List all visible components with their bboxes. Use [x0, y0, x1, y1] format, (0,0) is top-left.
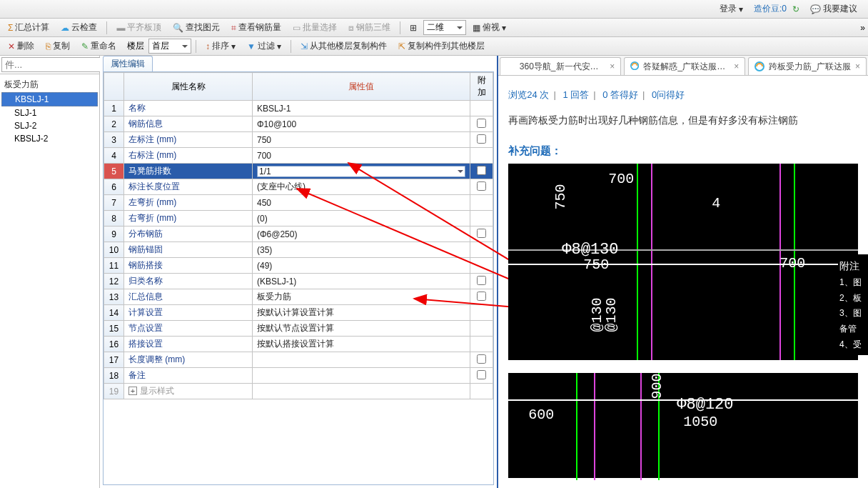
close-icon[interactable]: ×: [734, 61, 739, 71]
extra-checkbox[interactable]: [477, 134, 486, 144]
tab-property-edit[interactable]: 属性编辑: [103, 56, 153, 71]
property-row[interactable]: 10钢筋锚固(35): [104, 242, 493, 258]
login-link[interactable]: 登录 ▾: [715, 1, 748, 17]
expand-icon[interactable]: +: [128, 387, 137, 395]
extra-checkbox[interactable]: [477, 354, 486, 364]
cloud-check-button[interactable]: ☁云检查: [56, 19, 102, 36]
toolbar-row-2: Σ汇总计算 ☁云检查 ▬平齐板顶 🔍查找图元 ⌗查看钢筋量 ▭批量选择 ⧈钢筋三…: [0, 19, 868, 37]
copy-to-floor-button[interactable]: ⇱复制构件到其他楼层: [393, 38, 490, 54]
close-icon[interactable]: ×: [855, 61, 860, 71]
view-2d-select[interactable]: 二维: [423, 20, 466, 35]
suggest-link[interactable]: 💬 我要建议: [805, 1, 862, 17]
property-value-cell[interactable]: 750: [253, 132, 470, 148]
property-row[interactable]: 8右弯折 (mm)(0): [104, 211, 493, 226]
funnel-icon: ▼: [247, 41, 256, 51]
import-icon: ⇲: [301, 41, 308, 51]
property-row[interactable]: 1名称KBSLJ-1: [104, 101, 493, 116]
property-row[interactable]: 7左弯折 (mm)450: [104, 195, 493, 211]
property-value-cell[interactable]: [253, 368, 470, 384]
property-value-cell[interactable]: KBSLJ-1: [253, 101, 470, 116]
view-rebar-button[interactable]: ⌗查看钢筋量: [226, 19, 286, 36]
property-row[interactable]: 16搭接设置按默认搭接设置计算: [104, 337, 493, 352]
extra-checkbox[interactable]: [477, 276, 486, 285]
refresh-icon[interactable]: ↻: [792, 4, 799, 14]
property-value-cell[interactable]: Φ10@100: [253, 116, 470, 132]
tree-item[interactable]: SLJ-1: [1, 106, 98, 119]
tree-item[interactable]: SLJ-2: [1, 119, 98, 132]
property-row[interactable]: 3左标注 (mm)750: [104, 132, 493, 148]
property-row[interactable]: 19+显示样式: [104, 384, 493, 399]
property-value-cell[interactable]: 按默认搭接设置计算: [253, 337, 470, 352]
property-row[interactable]: 5马凳筋排数1/1: [104, 164, 493, 179]
copy-button[interactable]: ⎘复制: [41, 38, 75, 54]
property-row[interactable]: 15节点设置按默认节点设置计算: [104, 321, 493, 337]
extra-checkbox[interactable]: [477, 166, 486, 175]
copy-from-floor-button[interactable]: ⇲从其他楼层复制构件: [296, 38, 392, 54]
delete-button[interactable]: ✕删除: [3, 38, 39, 54]
property-value-cell[interactable]: (49): [253, 258, 470, 274]
property-row[interactable]: 12归类名称(KBSLJ-1): [104, 274, 493, 289]
value-combo[interactable]: 1/1: [257, 166, 465, 177]
property-name-cell: 左弯折 (mm): [124, 195, 253, 211]
filter-button[interactable]: ▼过滤 ▾: [242, 38, 286, 54]
topview-button[interactable]: ▦俯视 ▾: [468, 19, 511, 36]
property-row[interactable]: 13汇总信息板受力筋: [104, 289, 493, 305]
sort-button[interactable]: ↕排序 ▾: [201, 38, 241, 54]
property-row[interactable]: 14计算设置按默认计算设置计算: [104, 305, 493, 321]
extra-checkbox[interactable]: [477, 292, 486, 301]
tree-item[interactable]: KBSLJ-1: [1, 92, 98, 106]
close-icon[interactable]: ×: [610, 61, 615, 71]
export-icon: ⇱: [398, 41, 405, 51]
property-value-cell[interactable]: [253, 384, 470, 399]
row-number: 1: [104, 101, 124, 116]
extra-checkbox[interactable]: [477, 119, 486, 128]
browser-tab[interactable]: 跨板受力筋_广联达服×: [748, 57, 867, 75]
extra-checkbox[interactable]: [477, 370, 486, 379]
row-number: 10: [104, 242, 124, 258]
calc-summary-button[interactable]: Σ汇总计算: [3, 19, 54, 36]
property-value-cell[interactable]: (支座中心线): [253, 179, 470, 195]
property-value-cell[interactable]: 1/1: [253, 164, 470, 179]
property-value-cell[interactable]: (0): [253, 211, 470, 226]
topbar-row-1: 登录 ▾ 造价豆:0 ↻ 💬 我要建议: [0, 0, 868, 19]
col-value: 属性值: [253, 73, 470, 101]
property-value-cell[interactable]: (KBSLJ-1): [253, 274, 470, 289]
flatten-top-button[interactable]: ▬平齐板顶: [111, 19, 166, 36]
separator: [106, 21, 107, 34]
browser-tab[interactable]: 360导航_新一代安全上网×: [500, 57, 621, 75]
property-value-cell[interactable]: 700: [253, 148, 470, 164]
overflow-chevron-icon[interactable]: »: [860, 23, 865, 33]
tree-root[interactable]: 板受力筋: [1, 77, 98, 92]
property-row[interactable]: 9分布钢筋(Φ6@250): [104, 226, 493, 242]
property-row[interactable]: 11钢筋搭接(49): [104, 258, 493, 274]
supplement-label: 补充问题：: [508, 144, 858, 158]
property-row[interactable]: 4右标注 (mm)700: [104, 148, 493, 164]
view-nav-button[interactable]: ⊞: [405, 21, 422, 35]
answer-count: 1 回答: [562, 89, 589, 100]
batch-select-button[interactable]: ▭批量选择: [288, 19, 342, 36]
property-value-cell[interactable]: 按默认计算设置计算: [253, 305, 470, 321]
property-value-cell[interactable]: (Φ6@250): [253, 226, 470, 242]
property-value-cell[interactable]: 按默认节点设置计算: [253, 321, 470, 337]
batch-icon: ▭: [293, 23, 301, 33]
question-text: 再画跨板受力筋时出现好几种钢筋信息，但是有好多没有标注钢筋: [508, 114, 858, 127]
property-value-cell[interactable]: [253, 352, 470, 368]
extra-checkbox[interactable]: [477, 229, 486, 238]
rename-button[interactable]: ✎重命名: [76, 38, 121, 54]
find-elem-button[interactable]: 🔍查找图元: [168, 19, 225, 36]
property-row[interactable]: 18备注: [104, 368, 493, 384]
browser-tab[interactable]: 答疑解惑_广联达服务新…×: [624, 57, 745, 75]
rebar-3d-button[interactable]: ⧈钢筋三维: [343, 19, 395, 36]
row-number: 14: [104, 305, 124, 321]
extra-checkbox[interactable]: [477, 181, 486, 191]
floor-label: 楼层: [127, 40, 144, 52]
row-number: 7: [104, 195, 124, 211]
property-row[interactable]: 17长度调整 (mm): [104, 352, 493, 368]
property-value-cell[interactable]: 450: [253, 195, 470, 211]
property-value-cell[interactable]: (35): [253, 242, 470, 258]
tree-item[interactable]: KBSLJ-2: [1, 132, 98, 145]
property-value-cell[interactable]: 板受力筋: [253, 289, 470, 305]
property-row[interactable]: 6标注长度位置(支座中心线): [104, 179, 493, 195]
floor-select[interactable]: 首层: [148, 39, 191, 54]
property-row[interactable]: 2钢筋信息Φ10@100: [104, 116, 493, 132]
